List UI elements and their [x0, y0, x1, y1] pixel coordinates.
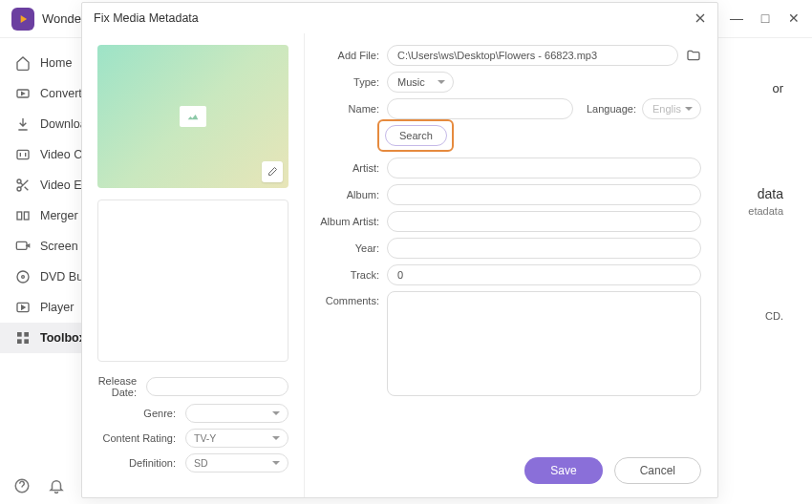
search-button[interactable]: Search	[385, 125, 447, 146]
app-logo	[11, 8, 34, 31]
track-input[interactable]	[387, 264, 701, 285]
language-label: Language:	[587, 103, 636, 115]
svg-point-3	[17, 187, 21, 191]
addfile-input[interactable]	[387, 45, 678, 66]
disc-icon	[15, 269, 31, 284]
close-icon[interactable]	[693, 10, 708, 26]
scissors-icon	[15, 178, 31, 193]
releasedate-label: Release Date:	[97, 375, 146, 398]
album-input[interactable]	[387, 184, 701, 205]
pencil-icon	[267, 166, 278, 178]
album-label: Album:	[312, 189, 387, 200]
svg-point-8	[22, 276, 25, 279]
svg-rect-15	[185, 111, 201, 122]
artwork-thumbnail	[97, 45, 288, 188]
recorder-icon	[15, 239, 31, 254]
name-label: Name:	[312, 103, 387, 115]
sidebar-item-label: Toolbox	[40, 331, 86, 345]
edit-artwork-button[interactable]	[262, 161, 283, 182]
save-button[interactable]: Save	[524, 457, 602, 484]
svg-rect-5	[24, 212, 29, 220]
addfile-label: Add File:	[312, 50, 387, 61]
artist-input[interactable]	[387, 158, 701, 178]
modal-titlebar: Fix Media Metadata	[82, 3, 717, 33]
folder-icon[interactable]	[686, 48, 701, 63]
play-icon	[16, 12, 30, 26]
comments-textarea[interactable]	[387, 291, 701, 396]
svg-rect-12	[17, 339, 22, 344]
bg-text-1: or	[772, 81, 783, 95]
artist-label: Artist:	[312, 162, 387, 174]
type-select[interactable]: Music	[387, 72, 454, 93]
sidebar-item-label: Merger	[40, 209, 78, 222]
download-icon	[15, 116, 31, 132]
maximize-button[interactable]: □	[755, 8, 776, 29]
modal-title: Fix Media Metadata	[94, 11, 199, 25]
albumartist-label: Album Artist:	[312, 216, 387, 227]
contentrating-select[interactable]: TV-Y	[185, 429, 288, 448]
close-window-button[interactable]: ✕	[783, 8, 804, 29]
main-window: Wonder — □ ✕ Home Converter Downloader V…	[0, 0, 812, 504]
year-input[interactable]	[387, 238, 701, 259]
albumartist-input[interactable]	[387, 211, 701, 232]
svg-rect-13	[24, 339, 29, 344]
svg-rect-4	[17, 212, 22, 220]
converter-icon	[15, 86, 31, 101]
language-select[interactable]: English	[642, 98, 701, 119]
metadata-modal: Fix Media Metadata Release Date: Genre:	[81, 2, 718, 498]
svg-rect-11	[24, 332, 29, 337]
right-panel: Add File: Type:Music Name:Language:Engli…	[305, 33, 718, 497]
svg-point-2	[17, 179, 21, 183]
minimize-button[interactable]: —	[726, 8, 747, 29]
svg-rect-10	[17, 332, 22, 337]
bg-text-4: CD.	[765, 310, 783, 322]
image-placeholder-icon	[180, 106, 206, 127]
compressor-icon	[15, 147, 31, 162]
bg-text-3: etadata	[748, 205, 783, 217]
results-box	[97, 200, 288, 362]
bg-text-2: data	[758, 186, 783, 201]
definition-label: Definition:	[97, 457, 185, 469]
comments-label: Comments:	[312, 291, 387, 306]
app-title: Wonder	[42, 11, 85, 26]
svg-rect-6	[16, 242, 27, 249]
player-icon	[15, 300, 31, 315]
year-label: Year:	[312, 242, 387, 254]
releasedate-input[interactable]	[146, 377, 288, 396]
sidebar-item-label: Home	[40, 56, 72, 70]
bell-icon[interactable]	[48, 477, 65, 494]
svg-point-7	[17, 271, 29, 283]
genre-select[interactable]	[185, 404, 288, 423]
contentrating-label: Content Rating:	[97, 432, 185, 444]
genre-label: Genre:	[97, 408, 185, 419]
type-label: Type:	[312, 76, 387, 88]
merger-icon	[15, 208, 31, 223]
svg-rect-1	[17, 150, 29, 158]
home-icon	[15, 55, 31, 71]
help-icon[interactable]	[13, 477, 31, 494]
track-label: Track:	[312, 269, 387, 281]
name-input[interactable]	[387, 98, 573, 119]
definition-select[interactable]: SD	[185, 453, 288, 472]
left-panel: Release Date: Genre: Content Rating:TV-Y…	[82, 33, 305, 497]
cancel-button[interactable]: Cancel	[614, 457, 701, 484]
toolbox-icon	[15, 330, 31, 346]
sidebar-item-label: Player	[40, 301, 74, 314]
